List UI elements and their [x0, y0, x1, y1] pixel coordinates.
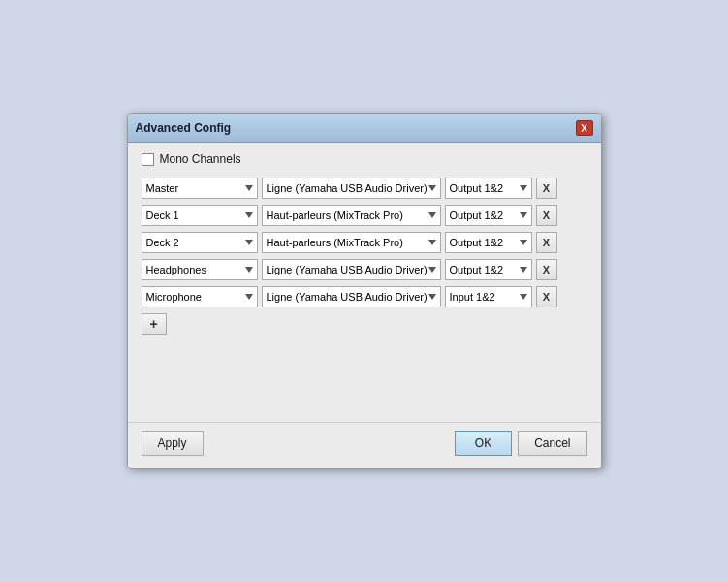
driver-select-3[interactable]: Ligne (Yamaha USB Audio Driver) Haut-par…	[262, 259, 441, 280]
mono-channels-checkbox[interactable]	[142, 153, 154, 166]
mono-channels-row: Mono Channels	[142, 152, 587, 166]
channel-select-3[interactable]: Master Deck 1 Deck 2 Headphones Micropho…	[142, 259, 258, 280]
ok-button[interactable]: OK	[455, 431, 512, 456]
dialog-body: Mono Channels Master Deck 1 Deck 2 Headp…	[128, 143, 601, 422]
audio-row-0: Master Deck 1 Deck 2 Headphones Micropho…	[142, 178, 587, 199]
channel-select-1[interactable]: Master Deck 1 Deck 2 Headphones Micropho…	[142, 205, 258, 226]
driver-select-4[interactable]: Ligne (Yamaha USB Audio Driver) Haut-par…	[262, 286, 441, 307]
apply-button[interactable]: Apply	[142, 431, 204, 456]
dialog-footer: Apply OK Cancel	[128, 422, 601, 468]
remove-row-2-button[interactable]: X	[536, 232, 557, 253]
audio-row-3: Master Deck 1 Deck 2 Headphones Micropho…	[142, 259, 587, 280]
audio-row-4: Master Deck 1 Deck 2 Headphones Micropho…	[142, 286, 587, 307]
channel-select-2[interactable]: Master Deck 1 Deck 2 Headphones Micropho…	[142, 232, 258, 253]
output-select-2[interactable]: Output 1&2 Output 3&4	[445, 232, 532, 253]
output-select-1[interactable]: Output 1&2 Output 3&4	[445, 205, 532, 226]
driver-select-0[interactable]: Ligne (Yamaha USB Audio Driver) Haut-par…	[262, 178, 441, 199]
channel-select-4[interactable]: Master Deck 1 Deck 2 Headphones Micropho…	[142, 286, 258, 307]
remove-row-3-button[interactable]: X	[536, 259, 557, 280]
dialog-title: Advanced Config	[136, 121, 232, 135]
remove-row-4-button[interactable]: X	[536, 286, 557, 307]
audio-row-2: Master Deck 1 Deck 2 Headphones Micropho…	[142, 232, 587, 253]
output-select-3[interactable]: Output 1&2 Output 3&4	[445, 259, 532, 280]
mono-channels-label: Mono Channels	[160, 152, 241, 166]
remove-row-0-button[interactable]: X	[536, 178, 557, 199]
driver-select-2[interactable]: Ligne (Yamaha USB Audio Driver) Haut-par…	[262, 232, 441, 253]
channel-select-0[interactable]: Master Deck 1 Deck 2 Headphones Micropho…	[142, 178, 258, 199]
audio-row-1: Master Deck 1 Deck 2 Headphones Micropho…	[142, 205, 587, 226]
driver-select-1[interactable]: Ligne (Yamaha USB Audio Driver) Haut-par…	[262, 205, 441, 226]
remove-row-1-button[interactable]: X	[536, 205, 557, 226]
add-row-button[interactable]: +	[142, 313, 167, 335]
cancel-button[interactable]: Cancel	[518, 431, 586, 456]
output-select-0[interactable]: Output 1&2 Output 3&4	[445, 178, 532, 199]
close-button[interactable]: X	[576, 120, 593, 136]
advanced-config-dialog: Advanced Config X Mono Channels Master D…	[127, 113, 602, 469]
output-select-4[interactable]: Input 1&2 Input 3&4	[445, 286, 532, 307]
right-buttons: OK Cancel	[455, 431, 587, 456]
title-bar: Advanced Config X	[128, 114, 601, 143]
